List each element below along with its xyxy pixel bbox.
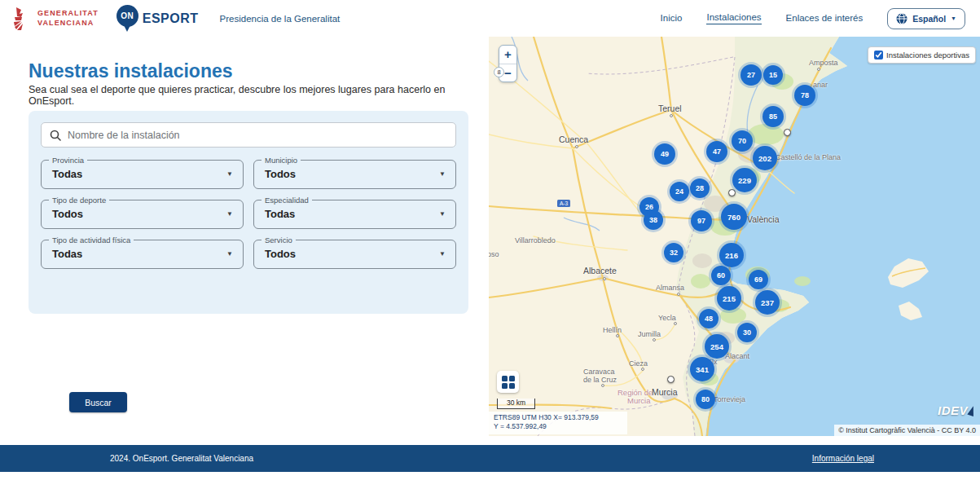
map-place-label: Amposta bbox=[809, 59, 838, 67]
map-cluster[interactable]: 60 bbox=[711, 266, 731, 285]
map-place-label: València bbox=[747, 214, 780, 224]
filter-select-tipo-de-actividad-f-sica[interactable]: Tipo de actividad físicaTodas▼ bbox=[41, 240, 244, 269]
nav-instalaciones[interactable]: Instalaciones bbox=[706, 12, 761, 24]
grid-icon bbox=[502, 376, 515, 389]
town-dot bbox=[641, 368, 644, 371]
map-place-label: Cieza bbox=[629, 359, 648, 368]
map-cluster[interactable]: 215 bbox=[717, 286, 741, 311]
chevron-down-icon: ▼ bbox=[439, 161, 446, 188]
chevron-down-icon: ▼ bbox=[226, 200, 233, 228]
header: GENERALITAT VALENCIANA ON ESPORT Preside… bbox=[0, 0, 980, 37]
coords-line1: ETRS89 UTM H30 X= 913.379,59 bbox=[494, 413, 624, 422]
filter-select-municipio[interactable]: MunicipioTodos▼ bbox=[253, 160, 456, 189]
footer-copyright: 2024. OnEsport. Generalitat Valenciana bbox=[110, 454, 253, 463]
chevron-down-icon: ▼ bbox=[951, 15, 956, 21]
onesport-logo[interactable]: ON ESPORT bbox=[116, 5, 199, 33]
map-cluster[interactable]: 15 bbox=[763, 65, 783, 85]
map-cluster[interactable]: 760 bbox=[721, 204, 747, 230]
map-cluster[interactable]: 80 bbox=[696, 390, 715, 409]
idev-logo: IDEV bbox=[938, 403, 975, 417]
filter-value: Todas bbox=[52, 240, 82, 268]
filter-value: Todas bbox=[52, 161, 82, 188]
map-place-label: Caravaca bbox=[583, 368, 615, 376]
map-place-label: Teruel bbox=[658, 104, 682, 113]
map-cluster[interactable]: 49 bbox=[654, 143, 675, 165]
map-place-label: Hellín bbox=[603, 326, 622, 334]
legal-info-link[interactable]: Información legal bbox=[812, 454, 874, 463]
map-place-label: Yecla bbox=[658, 314, 676, 322]
zoom-in-button[interactable]: + bbox=[499, 46, 516, 64]
layer-checkbox[interactable] bbox=[874, 51, 883, 59]
search-button[interactable]: Buscar bbox=[69, 392, 127, 412]
map-cluster[interactable]: 229 bbox=[732, 168, 757, 192]
town-dot bbox=[817, 68, 820, 71]
facility-marker[interactable] bbox=[784, 129, 791, 136]
language-selector[interactable]: Español ▼ bbox=[887, 8, 965, 29]
nav-inicio[interactable]: Inicio bbox=[661, 13, 683, 24]
map-cluster[interactable]: 202 bbox=[753, 146, 777, 170]
filter-select-provincia[interactable]: ProvinciaTodas▼ bbox=[41, 160, 244, 189]
map-place-label: Villarrobledo bbox=[515, 236, 556, 244]
town-dot bbox=[670, 114, 673, 117]
map-place-label: Jumilla bbox=[638, 330, 661, 338]
map-cluster[interactable]: 47 bbox=[706, 141, 727, 162]
search-box bbox=[41, 122, 456, 148]
map-cluster[interactable]: 30 bbox=[737, 323, 757, 342]
main-nav: Inicio Instalaciones Enlaces de interés … bbox=[661, 8, 965, 29]
map-cluster[interactable]: 69 bbox=[749, 270, 768, 289]
map-place-label: de la Cruz bbox=[583, 376, 617, 384]
map-cluster[interactable]: 237 bbox=[755, 290, 780, 315]
town-dot bbox=[603, 277, 606, 280]
chevron-down-icon: ▼ bbox=[439, 200, 446, 228]
filter-select-especialidad[interactable]: EspecialidadTodas▼ bbox=[253, 200, 456, 229]
map[interactable]: A-3 AmpostaanarTeruelCuencaCastelló de l… bbox=[489, 37, 980, 436]
page: GENERALITAT VALENCIANA ON ESPORT Preside… bbox=[0, 0, 980, 489]
coords-line2: Y = 4.537.992,49 bbox=[494, 422, 624, 431]
filter-value: Todos bbox=[265, 161, 296, 188]
filters-grid: ProvinciaTodas▼MunicipioTodos▼Tipo de de… bbox=[41, 160, 456, 269]
onesport-balloon-icon: ON bbox=[116, 5, 138, 33]
map-place-label: anar bbox=[813, 81, 828, 89]
map-cluster[interactable]: 27 bbox=[740, 64, 762, 86]
map-cluster[interactable]: 78 bbox=[794, 85, 815, 106]
map-place-label: Murcia bbox=[652, 387, 678, 397]
facility-marker[interactable] bbox=[728, 189, 736, 196]
map-cluster[interactable]: 48 bbox=[699, 309, 719, 328]
map-cluster[interactable]: 85 bbox=[762, 106, 784, 127]
map-cluster[interactable]: 216 bbox=[719, 243, 744, 267]
map-place-label: Cuenca bbox=[559, 134, 588, 144]
town-dot bbox=[674, 322, 677, 325]
map-cluster[interactable]: 97 bbox=[691, 210, 712, 231]
facility-marker[interactable] bbox=[667, 376, 675, 383]
town-dot bbox=[575, 145, 578, 148]
basemap-switcher-button[interactable] bbox=[497, 371, 519, 393]
map-cluster[interactable]: 254 bbox=[705, 334, 729, 359]
map-cluster[interactable]: 70 bbox=[732, 130, 753, 152]
filter-select-tipo-de-deporte[interactable]: Tipo de deporteTodos▼ bbox=[41, 200, 244, 229]
map-cluster[interactable]: 38 bbox=[644, 210, 663, 230]
map-cluster[interactable]: 32 bbox=[664, 243, 683, 262]
town-dot bbox=[601, 384, 604, 387]
chevron-down-icon: ▼ bbox=[439, 240, 446, 268]
globe-icon bbox=[896, 13, 907, 24]
map-place-label: Albacete bbox=[583, 266, 617, 275]
layer-toggle[interactable]: Instalaciones deportivas bbox=[868, 46, 976, 64]
town-dot bbox=[677, 293, 680, 296]
generalitat-brand[interactable]: GENERALITAT VALENCIANA bbox=[11, 7, 99, 31]
coordinates-readout: ETRS89 UTM H30 X= 913.379,59 Y = 4.537.9… bbox=[489, 412, 627, 434]
chevron-down-icon: ▼ bbox=[226, 161, 233, 188]
page-subtitle: Sea cual sea el deporte que quieres prac… bbox=[29, 84, 472, 107]
map-cluster[interactable]: 341 bbox=[690, 357, 714, 381]
chevron-down-icon: ▼ bbox=[226, 240, 233, 268]
search-input[interactable] bbox=[68, 130, 426, 141]
filter-select-servicio[interactable]: ServicioTodos▼ bbox=[253, 240, 456, 269]
map-place-label: Alacant bbox=[725, 352, 749, 360]
zoom-level-badge: 8 bbox=[494, 67, 504, 77]
map-place-label: Almansa bbox=[656, 284, 684, 292]
svg-text:A-3: A-3 bbox=[560, 200, 569, 206]
filter-value: Todos bbox=[265, 240, 296, 268]
nav-enlaces[interactable]: Enlaces de interés bbox=[786, 13, 864, 24]
map-place-label: Castelló de la Plana bbox=[776, 153, 841, 161]
map-cluster[interactable]: 24 bbox=[670, 182, 689, 201]
map-cluster[interactable]: 28 bbox=[690, 178, 710, 198]
